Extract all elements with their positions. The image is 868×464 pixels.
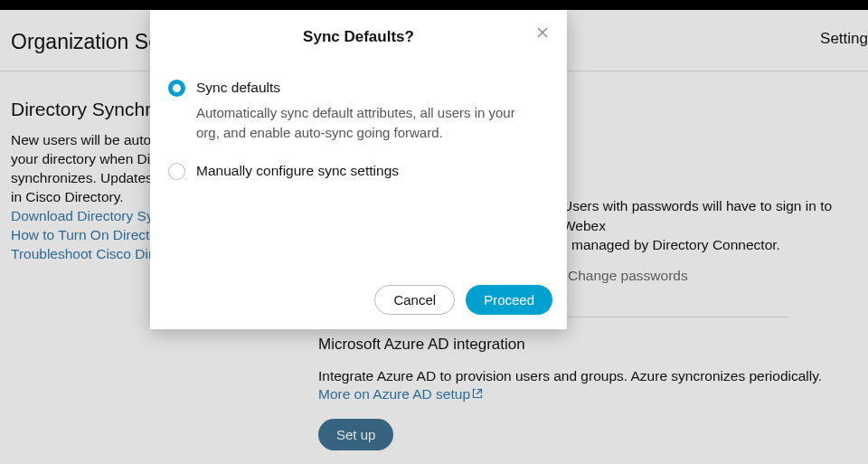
- radio-desc: Automatically sync default attributes, a…: [196, 103, 531, 144]
- cancel-button[interactable]: Cancel: [374, 285, 455, 315]
- radio-option-sync-defaults[interactable]: Sync defaults Automatically sync default…: [168, 79, 536, 144]
- modal-body: Sync defaults Automatically sync default…: [150, 46, 567, 181]
- window-topbar: [0, 0, 868, 10]
- modal-close-button[interactable]: [533, 23, 552, 43]
- close-icon: [535, 25, 550, 40]
- radio-checked-icon: [168, 80, 185, 97]
- modal-header: Sync Defaults?: [150, 10, 567, 46]
- radio-label: Manually configure sync settings: [196, 162, 399, 181]
- radio-label: Sync defaults: [196, 79, 531, 98]
- modal-title: Sync Defaults?: [150, 28, 567, 46]
- sync-defaults-modal: Sync Defaults? Sync defaults Automatical…: [150, 10, 567, 329]
- proceed-button[interactable]: Proceed: [466, 285, 552, 315]
- modal-overlay[interactable]: Sync Defaults? Sync defaults Automatical…: [0, 10, 868, 464]
- modal-footer: Cancel Proceed: [374, 285, 552, 315]
- radio-option-manual[interactable]: Manually configure sync settings: [168, 162, 536, 181]
- radio-unchecked-icon: [168, 163, 185, 180]
